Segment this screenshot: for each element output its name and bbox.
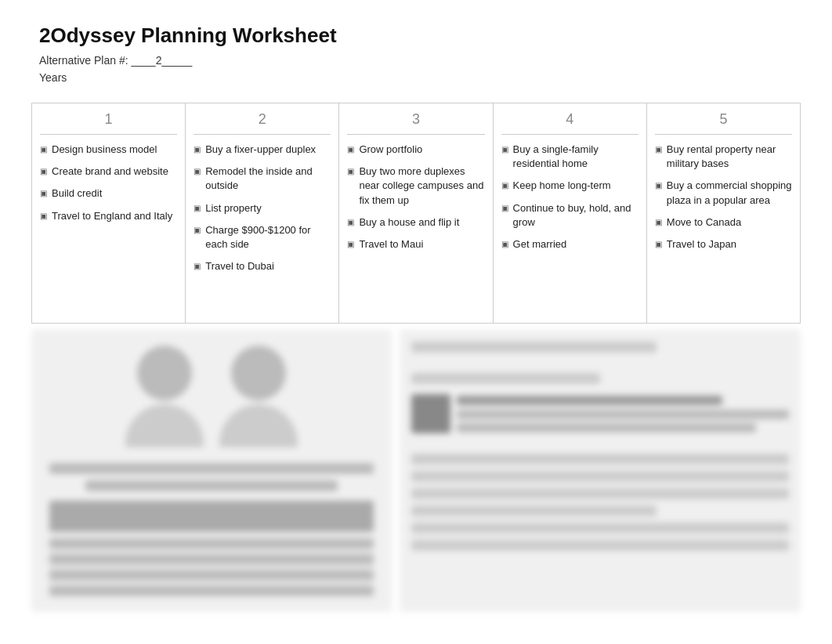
bottom-left-panel xyxy=(31,330,392,612)
blurred-line-7 xyxy=(411,523,789,534)
blurred-line-3 xyxy=(411,454,789,465)
column-1-item-4: Travel to England and Italy xyxy=(40,209,177,223)
column-5-item-1: Buy rental property near military bases xyxy=(655,143,792,171)
column-3-item-2: Buy two more duplexes near college campu… xyxy=(347,165,484,208)
column-3-item-3: Buy a house and flip it xyxy=(347,215,484,230)
column-4: 4Buy a single-family residential homeKee… xyxy=(494,103,647,323)
alt-plan-line: Alternative Plan #: ____2_____ xyxy=(39,54,793,67)
column-4-item-1: Buy a single-family residential home xyxy=(501,143,638,171)
column-2-number: 2 xyxy=(194,111,331,128)
column-1-item-2: Create brand and website xyxy=(40,165,177,179)
blurred-line-6 xyxy=(411,505,657,516)
blurred-line-8 xyxy=(411,540,789,551)
column-3-number: 3 xyxy=(347,111,484,128)
column-1: 1Design business modelCreate brand and w… xyxy=(32,103,186,323)
column-1-list: Design business modelCreate brand and we… xyxy=(40,143,177,223)
column-2-item-3: List property xyxy=(194,201,331,215)
column-3-item-1: Grow portfolio xyxy=(347,143,484,157)
column-5-number: 5 xyxy=(655,111,792,128)
column-4-item-4: Get married xyxy=(501,237,638,251)
alt-plan-value: ____2_____ xyxy=(132,54,193,67)
planning-columns: 1Design business modelCreate brand and w… xyxy=(31,103,801,324)
column-2-item-4: Charge $900-$1200 for each side xyxy=(194,223,331,251)
bottom-section xyxy=(31,330,801,612)
column-2-list: Buy a fixer-upper duplexRemodel the insi… xyxy=(194,143,331,273)
column-3: 3Grow portfolioBuy two more duplexes nea… xyxy=(339,103,493,323)
column-1-item-3: Build credit xyxy=(40,186,177,201)
blurred-line-4 xyxy=(411,471,789,482)
column-1-number: 1 xyxy=(40,111,177,128)
column-4-item-2: Keep home long-term xyxy=(501,179,638,193)
column-5-item-3: Move to Canada xyxy=(655,215,792,230)
page-title: 2Odyssey Planning Worksheet xyxy=(39,24,793,48)
column-2: 2Buy a fixer-upper duplexRemodel the ins… xyxy=(186,103,339,323)
years-label: Years xyxy=(39,71,793,84)
column-1-item-1: Design business model xyxy=(40,143,177,157)
column-2-item-1: Buy a fixer-upper duplex xyxy=(194,143,331,157)
alt-plan-label: Alternative Plan #: xyxy=(39,54,128,67)
column-4-number: 4 xyxy=(501,111,638,128)
column-3-item-4: Travel to Maui xyxy=(347,237,484,251)
bottom-right-panel xyxy=(400,330,801,612)
column-3-list: Grow portfolioBuy two more duplexes near… xyxy=(347,143,484,251)
column-2-item-2: Remodel the inside and outside xyxy=(194,165,331,193)
blurred-line-1 xyxy=(411,342,657,353)
column-5-item-2: Buy a commercial shopping plaza in a pop… xyxy=(655,179,792,207)
page-header: 2Odyssey Planning Worksheet Alternative … xyxy=(0,0,832,103)
blurred-line-5 xyxy=(411,488,789,499)
column-5: 5Buy rental property near military bases… xyxy=(647,103,800,323)
column-5-list: Buy rental property near military basesB… xyxy=(655,143,792,251)
column-4-list: Buy a single-family residential homeKeep… xyxy=(501,143,638,251)
column-2-item-5: Travel to Dubai xyxy=(194,259,331,273)
column-5-item-4: Travel to Japan xyxy=(655,237,792,251)
column-4-item-3: Continue to buy, hold, and grow xyxy=(501,201,638,230)
blurred-line-2 xyxy=(411,373,600,384)
